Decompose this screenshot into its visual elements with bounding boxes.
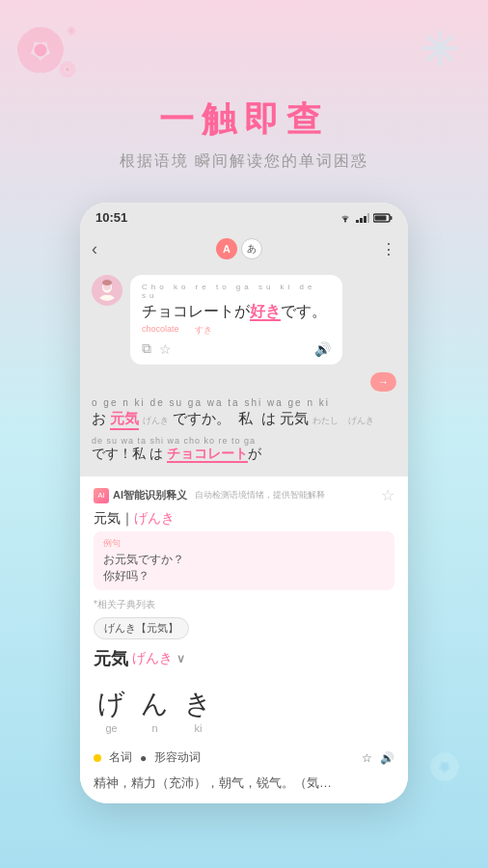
sakura-decoration-br	[420, 743, 469, 791]
pos-label-2: 形容动词	[154, 749, 201, 766]
dict-meaning: 精神，精力（充沛），朝气，锐气。（気…	[94, 773, 394, 794]
main-word-kanji: 元気	[94, 647, 128, 670]
pos-actions: ☆ 🔊	[362, 751, 394, 765]
svg-rect-30	[367, 213, 369, 223]
copy-icon[interactable]: ⧉	[142, 340, 151, 357]
chat-line-2: o ge n ki de su ga wa ta shi wa ge n ki …	[92, 397, 396, 430]
chat-bubble-right: →	[92, 372, 396, 392]
svg-rect-28	[360, 218, 363, 223]
avatar	[92, 275, 122, 306]
genki-word: 元気	[110, 410, 139, 430]
chat-line-3: de su wa ta shi wa cho ko re to ga です！私 …	[92, 436, 396, 463]
kana-roma-ki: ki	[195, 722, 203, 734]
dict-panel: AI AI智能识别释义 自动检测语境情绪，提供智能解释 ☆ 元気｜げんき 例句 …	[80, 476, 408, 803]
furigana-row-3: de su wa ta shi wa cho ko re to ga	[92, 436, 396, 446]
status-bar: 10:51	[80, 203, 408, 232]
example-cn: 你好吗？	[103, 568, 385, 584]
genki-entry-ruby: げんき	[134, 510, 175, 526]
example-jp: お元気ですか？	[103, 552, 385, 568]
pos-line: 名词 ● 形容动词 ☆ 🔊	[94, 749, 394, 766]
ai-label: AI智能识别释义	[113, 488, 187, 502]
kana-cell-n: ん n	[141, 686, 169, 734]
reply-bubble: →	[370, 372, 396, 392]
kana-cell-ki: き ki	[184, 686, 212, 734]
back-button[interactable]: ‹	[92, 239, 97, 259]
kana-roma-ge: ge	[105, 722, 117, 734]
ai-header-left: AI AI智能识别释义 自动检测语境情绪，提供智能解释	[94, 488, 325, 503]
dict-main-word: 元気 げんき ∨	[94, 647, 394, 670]
related-tag[interactable]: げんき【元気】	[94, 617, 189, 639]
kana-grid: げ ge ん n き ki	[94, 678, 394, 742]
star-action-icon[interactable]: ☆	[159, 341, 172, 357]
battery-icon	[373, 213, 393, 223]
dict-example-box: 例句 お元気ですか？ 你好吗？	[94, 531, 394, 590]
svg-point-15	[66, 68, 69, 71]
kana-cell-ge: げ ge	[97, 686, 125, 734]
furigana-row-2: o ge n ki de su ga wa ta shi wa ge n ki	[92, 397, 396, 408]
chat-main-text: チョコレートが好きです。	[142, 303, 327, 321]
dict-word-entry: 元気｜げんき	[94, 510, 394, 528]
app-nav-header: ‹ A あ ⋮	[80, 232, 408, 265]
lang-toggle[interactable]: A あ	[216, 238, 262, 259]
lang-btn-a[interactable]: A	[216, 238, 237, 259]
ruby-suki: すき	[195, 324, 212, 337]
svg-rect-29	[364, 216, 366, 223]
svg-point-37	[102, 280, 112, 285]
kana-char-ki: き	[184, 686, 212, 722]
pos-label-1: 名词	[109, 749, 132, 766]
pos-separator: ●	[140, 751, 147, 765]
related-label: *相关子典列表	[94, 598, 394, 611]
chat-bubble-content-1: Cho ko re to ga su ki de su チョコレートが好きです。…	[130, 275, 342, 365]
example-label: 例句	[103, 537, 385, 550]
svg-point-25	[441, 763, 448, 771]
kana-roma-n: n	[151, 722, 157, 734]
svg-rect-32	[391, 216, 393, 220]
word-highlight: 好き	[250, 303, 281, 321]
pos-audio-icon[interactable]: 🔊	[380, 751, 394, 765]
more-options-button[interactable]: ⋮	[381, 240, 396, 258]
lang-btn-jp[interactable]: あ	[241, 238, 262, 259]
star-decoration-tr	[420, 29, 459, 68]
phone-mockup: 10:51 ‹ A あ	[80, 203, 408, 803]
pos-star-icon[interactable]: ☆	[362, 751, 372, 765]
bubble-actions: ⧉ ☆ 🔊	[142, 340, 331, 357]
sakura-decoration-tl	[10, 19, 87, 96]
bookmark-star-icon[interactable]: ☆	[381, 486, 394, 504]
jp-row-3: です！私 は チョコレートが	[92, 446, 396, 463]
status-time: 10:51	[95, 210, 127, 225]
ai-icon: AI	[94, 488, 109, 503]
wifi-icon	[339, 213, 352, 223]
pos-dot	[94, 754, 101, 762]
ai-header: AI AI智能识别释义 自动检测语境情绪，提供智能解释 ☆	[94, 486, 394, 504]
kana-char-n: ん	[141, 686, 169, 722]
chevron-down-icon[interactable]: ∨	[176, 652, 185, 665]
reply-text: →	[378, 376, 389, 388]
furigana-line: Cho ko re to ga su ki de su	[142, 283, 331, 300]
svg-rect-33	[375, 215, 387, 220]
jp-row-2: お元気 げんき ですか。 私 は 元気 わたし げんき	[92, 410, 396, 430]
status-icons	[339, 213, 393, 223]
chat-bubble-1: Cho ko re to ga su ki de su チョコレートが好きです。…	[92, 275, 396, 365]
ruby-watashi: わたし げんき	[312, 415, 374, 427]
choco-highlight: チョコレート	[167, 446, 248, 463]
main-word-ruby: げんき	[132, 650, 173, 667]
svg-point-26	[344, 220, 346, 222]
app-header-left: ‹	[92, 239, 97, 259]
signal-icon	[356, 213, 369, 223]
ruby-chocolate: chocolate	[142, 324, 179, 337]
ruby-genki1: げんき	[143, 415, 169, 427]
svg-rect-27	[356, 220, 359, 223]
main-title: 一触即查	[19, 96, 469, 144]
sub-title: 根据语境 瞬间解读您的单词困惑	[19, 151, 469, 172]
genki-entry-kanji: 元気｜	[94, 510, 134, 526]
svg-point-5	[35, 44, 47, 57]
chat-area: Cho ko re to ga su ki de su チョコレートが好きです。…	[80, 265, 408, 476]
kana-char-ge: げ	[97, 686, 125, 722]
audio-icon[interactable]: 🔊	[314, 341, 331, 357]
ai-badge: 自动检测语境情绪，提供智能解释	[195, 489, 325, 502]
